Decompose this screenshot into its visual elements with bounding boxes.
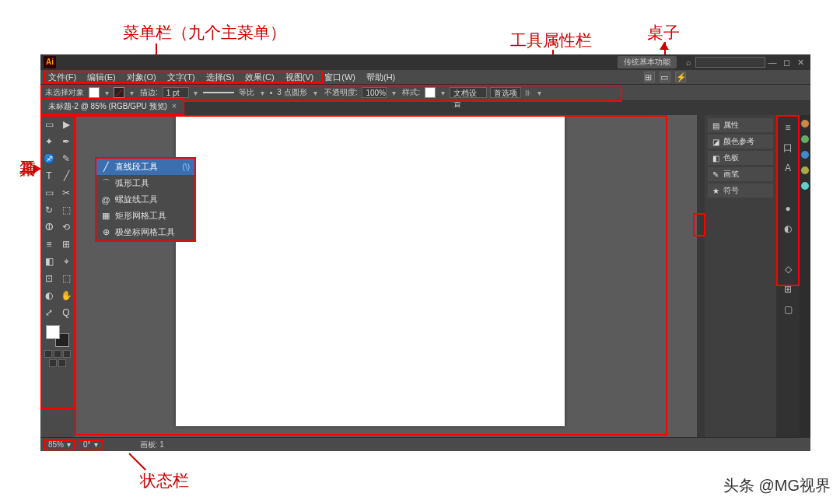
workspace-switcher[interactable]: 传统基本功能 [618, 56, 677, 68]
mini-dock-dot[interactable] [801, 120, 809, 128]
mini-dock-dot[interactable] [801, 151, 809, 159]
mini-dock-dot[interactable] [801, 135, 809, 143]
document-tab[interactable]: 未标题-2 @ 85% (RGB/GPU 预览)× [40, 98, 184, 115]
menu-help[interactable]: 帮助(H) [362, 72, 400, 83]
color-chips[interactable] [46, 325, 69, 347]
panel-item[interactable]: ◧色板 [708, 151, 773, 165]
zoom-level[interactable]: 85% ▾ [44, 439, 75, 450]
rotation-level[interactable]: 0° ▾ [79, 439, 103, 450]
document-tabs: 未标题-2 @ 85% (RGB/GPU 预览)× [40, 101, 810, 115]
artboard-nav[interactable]: 画板: 1 [140, 439, 164, 450]
flyout-item[interactable]: ▦矩形网格工具 [96, 208, 194, 224]
watermark: 头条 @MG视界 [723, 475, 831, 496]
menu-window[interactable]: 窗口(W) [320, 72, 360, 83]
artboard[interactable] [176, 115, 565, 426]
panel-item[interactable]: ▤属性 [708, 118, 773, 132]
close-icon[interactable]: ✕ [793, 58, 807, 68]
statusbar: 85% ▾ 0° ▾ 画板: 1 [40, 437, 810, 451]
tool-flyout: ╱直线段工具(\)⌒弧形工具@螺旋线工具▦矩形网格工具⊕极坐标网格工具 [95, 157, 196, 242]
anno-highlight-toolbox [40, 115, 75, 409]
dock-icon[interactable]: ▢ [780, 302, 796, 317]
anno-propbar: 工具属性栏 [510, 30, 592, 51]
panels-column: ▤属性◪颜色参考◧色板✎画笔★符号 [705, 115, 776, 437]
flyout-item[interactable]: @螺旋线工具 [96, 191, 194, 208]
titlebar: Ai 传统基本功能 ⌕ — ◻ ✕ [40, 54, 810, 70]
panel-item[interactable]: ★符号 [708, 184, 773, 198]
menubar: 文件(F) 编辑(E) 对象(O) 文字(T) 选择(S) 效果(C) 视图(V… [40, 70, 810, 84]
icon-dock: ≡口A●◐◇⊞▢ [776, 115, 800, 437]
flyout-item[interactable]: ╱直线段工具(\) [96, 159, 194, 175]
mini-dock-dot[interactable] [801, 166, 809, 174]
stock-search-input[interactable] [695, 57, 765, 68]
panel-collapse-edge[interactable] [697, 115, 705, 437]
search-icon[interactable]: ⌕ [681, 58, 695, 67]
bridge-icon[interactable]: ⊞ [644, 72, 655, 82]
anno-highlight-dock [776, 115, 800, 286]
anno-desktop: 桌子 [647, 22, 680, 44]
app-logo: Ai [44, 56, 56, 68]
anno-highlight-slider [693, 213, 705, 236]
toolbox: ▭▶✦✒♐✎T╱▭✂↻⬚ⵀ⟲≡⊞◧⌖⊡⬚◐✋⤢Q [40, 115, 75, 437]
flyout-item[interactable]: ⊕极坐标网格工具 [96, 224, 194, 240]
mini-dock [800, 115, 810, 437]
minimize-icon[interactable]: — [765, 58, 779, 67]
panel-item[interactable]: ◪颜色参考 [708, 135, 773, 149]
illustrator-window: Ai 传统基本功能 ⌕ — ◻ ✕ 文件(F) 编辑(E) 对象(O) 文字(T… [40, 54, 810, 451]
mini-dock-dot[interactable] [801, 182, 809, 190]
close-tab-icon[interactable]: × [172, 102, 177, 110]
fg-color-chip[interactable] [46, 325, 60, 339]
anno-menubar: 菜单栏（九个主菜单） [123, 22, 286, 44]
panel-item[interactable]: ✎画笔 [708, 167, 773, 181]
flyout-item[interactable]: ⌒弧形工具 [96, 175, 194, 191]
maximize-icon[interactable]: ◻ [779, 58, 793, 68]
arrange-icon[interactable]: ▭ [660, 72, 670, 82]
anno-statusbar: 状态栏 [140, 470, 189, 492]
anno-highlight-menubar [44, 71, 324, 83]
gpu-icon[interactable]: ⚡ [675, 72, 686, 82]
